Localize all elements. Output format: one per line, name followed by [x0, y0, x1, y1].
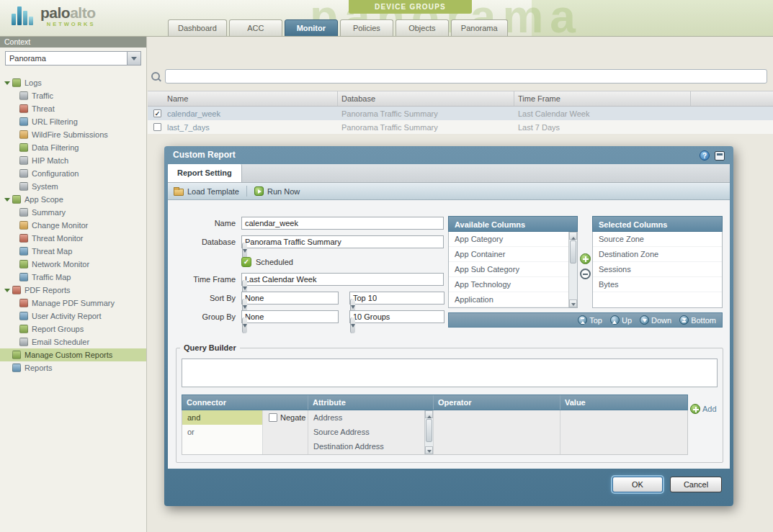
- column-header-name[interactable]: Name: [164, 91, 338, 106]
- connector-option-or[interactable]: or: [182, 425, 262, 439]
- load-template-button[interactable]: Load Template: [187, 187, 239, 196]
- traffic-map-icon: [19, 273, 28, 281]
- run-now-button[interactable]: Run Now: [267, 187, 300, 196]
- scrollbar[interactable]: [568, 232, 577, 307]
- scroll-up-icon[interactable]: [569, 232, 577, 240]
- attribute-option[interactable]: Address: [308, 410, 433, 425]
- sidebar-item-reports[interactable]: Reports: [0, 361, 146, 374]
- list-item[interactable]: App Container: [449, 247, 577, 262]
- tab-panorama[interactable]: Panorama: [451, 19, 508, 37]
- list-item[interactable]: Application: [449, 292, 577, 307]
- tab-report-setting[interactable]: Report Setting: [168, 164, 242, 182]
- sidebar-item-app-scope[interactable]: App Scope: [0, 193, 146, 206]
- sidebar-item-traffic-map[interactable]: Traffic Map: [0, 271, 146, 284]
- cancel-button[interactable]: Cancel: [670, 477, 722, 492]
- sidebar-item-network-monitor[interactable]: Network Monitor: [0, 258, 146, 271]
- name-field[interactable]: calendar_week: [241, 217, 444, 230]
- connector-option-and[interactable]: and: [182, 410, 262, 425]
- move-top-button[interactable]: Top: [578, 315, 602, 325]
- table-header: Name Database Time Frame: [148, 91, 773, 107]
- expand-arrow-icon[interactable]: [4, 198, 10, 204]
- ok-button[interactable]: OK: [612, 477, 663, 492]
- database-select[interactable]: Panorama Traffic Summary: [241, 235, 444, 248]
- report-name-link[interactable]: calendar_week: [164, 109, 338, 118]
- sidebar-item-threat[interactable]: Threat: [0, 102, 146, 115]
- list-item[interactable]: App Category: [449, 232, 577, 247]
- sidebar-item-email-scheduler[interactable]: Email Scheduler: [0, 335, 146, 348]
- groupby-limit-select[interactable]: 10 Groups: [349, 310, 444, 323]
- tab-objects[interactable]: Objects: [396, 19, 449, 37]
- context-dropdown[interactable]: Panorama: [5, 51, 141, 66]
- list-item[interactable]: App Technology: [449, 277, 577, 292]
- sortby-select[interactable]: None: [241, 292, 339, 305]
- attribute-option[interactable]: Destination Address: [308, 439, 433, 454]
- dialog-toolbar: Load Template Run Now: [168, 183, 730, 200]
- negate-checkbox[interactable]: [269, 413, 277, 422]
- table-row[interactable]: last_7_days Panorama Traffic Summary Las…: [148, 120, 773, 134]
- scroll-down-icon[interactable]: [569, 299, 577, 307]
- help-icon[interactable]: ?: [700, 150, 710, 161]
- column-header-database[interactable]: Database: [338, 91, 514, 106]
- pdf-reports-icon: [12, 286, 21, 294]
- remove-column-button[interactable]: [580, 269, 591, 279]
- sidebar-item-threat-monitor[interactable]: Threat Monitor: [0, 232, 146, 245]
- sidebar-item-traffic[interactable]: Traffic: [0, 89, 146, 102]
- tab-monitor[interactable]: Monitor: [285, 19, 338, 37]
- minimize-icon[interactable]: [715, 151, 725, 161]
- sidebar-item-system[interactable]: System: [0, 180, 146, 193]
- groupby-dropdown-button[interactable]: [242, 317, 247, 333]
- sidebar-item-configuration[interactable]: Configuration: [0, 167, 146, 180]
- scheduled-checkbox[interactable]: [241, 257, 251, 267]
- row-checkbox[interactable]: [153, 123, 161, 131]
- sidebar-item-manage-pdf-summary[interactable]: Manage PDF Summary: [0, 297, 146, 310]
- search-icon[interactable]: [151, 71, 161, 82]
- list-item[interactable]: Source Zone: [593, 232, 722, 247]
- sidebar-item-user-activity-report[interactable]: User Activity Report: [0, 310, 146, 323]
- sidebar-item-url-filtering[interactable]: URL Filtering: [0, 115, 146, 128]
- timeframe-select[interactable]: Last Calendar Week: [241, 273, 444, 286]
- groupby-limit-dropdown-button[interactable]: [350, 317, 355, 333]
- custom-reports-table: Name Database Time Frame calendar_week P…: [148, 91, 773, 134]
- search-input[interactable]: [165, 69, 767, 84]
- sidebar-item-pdf-reports[interactable]: PDF Reports: [0, 284, 146, 297]
- sidebar-item-report-groups[interactable]: Report Groups: [0, 323, 146, 335]
- move-bottom-button[interactable]: Bottom: [679, 315, 716, 325]
- expand-arrow-icon[interactable]: [4, 81, 10, 88]
- scroll-up-icon[interactable]: [425, 410, 433, 418]
- sortby-limit-select[interactable]: Top 10: [349, 292, 444, 305]
- table-row[interactable]: calendar_week Panorama Traffic Summary L…: [148, 107, 773, 120]
- move-down-button[interactable]: Down: [640, 315, 671, 325]
- sidebar-item-summary[interactable]: Summary: [0, 206, 146, 219]
- sidebar-item-wildfire-submissions[interactable]: WildFire Submissions: [0, 128, 146, 141]
- move-up-button[interactable]: Up: [610, 315, 632, 325]
- report-name-link[interactable]: last_7_days: [164, 123, 338, 132]
- context-dropdown-button[interactable]: [127, 52, 140, 65]
- tab-policies[interactable]: Policies: [340, 19, 393, 37]
- sidebar-item-hip-match[interactable]: HIP Match: [0, 154, 146, 167]
- groupby-select[interactable]: None: [241, 310, 339, 323]
- query-input[interactable]: [182, 359, 718, 387]
- list-item[interactable]: App Sub Category: [449, 262, 577, 277]
- sidebar-item-data-filtering[interactable]: Data Filtering: [0, 141, 146, 154]
- list-item[interactable]: Destination Zone: [593, 247, 722, 262]
- list-item[interactable]: Bytes: [593, 277, 722, 292]
- scroll-down-icon[interactable]: [425, 446, 433, 454]
- column-header-timeframe[interactable]: Time Frame: [514, 91, 691, 106]
- sidebar-item-change-monitor[interactable]: Change Monitor: [0, 219, 146, 232]
- tab-acc[interactable]: ACC: [229, 19, 282, 37]
- sidebar-item-label: WildFire Submissions: [32, 130, 108, 139]
- sidebar-item-manage-custom-reports[interactable]: Manage Custom Reports: [0, 348, 146, 361]
- row-checkbox[interactable]: [153, 109, 161, 117]
- scroll-thumb[interactable]: [570, 240, 576, 263]
- sidebar-item-logs[interactable]: Logs: [0, 76, 146, 89]
- add-rule-button[interactable]: Add: [690, 404, 717, 414]
- list-item[interactable]: Sessions: [593, 262, 722, 277]
- add-column-button[interactable]: [580, 253, 591, 264]
- tab-dashboard[interactable]: Dashboard: [168, 19, 227, 37]
- sidebar-item-threat-map[interactable]: Threat Map: [0, 245, 146, 258]
- attribute-option[interactable]: Source Address: [308, 425, 433, 439]
- expand-arrow-icon[interactable]: [4, 289, 10, 295]
- scrollbar[interactable]: [424, 410, 433, 454]
- chevron-down-icon: [243, 324, 247, 330]
- scroll-thumb[interactable]: [426, 419, 432, 442]
